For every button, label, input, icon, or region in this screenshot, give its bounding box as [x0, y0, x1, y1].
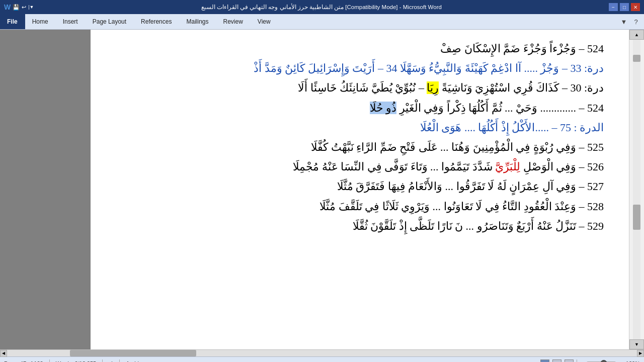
scroll-right-button[interactable]: ▶	[637, 350, 644, 357]
window-title: متن الشاطبية حرز الأماني وجه التهاني في …	[34, 4, 609, 11]
status-divider-3	[119, 359, 120, 363]
title-bar: W 💾 ↩ |▼ متن الشاطبية حرز الأماني وجه ال…	[0, 0, 644, 14]
highlight-riya: رِيَا	[427, 81, 439, 94]
vertical-scrollbar[interactable]: ▲ ▼	[629, 30, 644, 349]
h-scroll-thumb[interactable]	[70, 350, 196, 356]
h-scroll-track[interactable]	[7, 350, 637, 356]
list-item: درة: 33 – وَجُزْ ..... آا ادْغِمْ كَهَيْ…	[116, 59, 604, 77]
status-divider-2	[102, 359, 103, 363]
word-count: Words: 2/18,255	[56, 360, 97, 363]
ribbon: File Home Insert Page Layout References …	[0, 14, 644, 30]
tab-file[interactable]: File	[0, 14, 25, 29]
status-bar: Page: 47 of 102 Words: 2/18,255 ✓ Arabic…	[0, 356, 644, 362]
document-container: 524 – وَجُزْءاً وَجُزْءَ ضَمَّ الإِسْكَا…	[0, 30, 644, 349]
list-item: 528 – وَعِنْدَ الْعُقُودِ التَّاءُ فِي ل…	[116, 198, 604, 215]
close-button[interactable]: ✕	[631, 3, 640, 11]
full-screen-button[interactable]: ⊞	[552, 359, 561, 363]
horizontal-scrollbar[interactable]: ◀ ▶	[0, 349, 644, 356]
maximize-button[interactable]: □	[620, 3, 629, 11]
save-icon[interactable]: 💾	[13, 4, 20, 11]
tab-insert[interactable]: Insert	[56, 14, 86, 29]
zoom-thumb[interactable]	[600, 360, 607, 363]
minimize-button[interactable]: −	[609, 3, 618, 11]
zoom-minus-button[interactable]: −	[580, 360, 583, 363]
zoom-level: 120%	[626, 360, 640, 363]
left-margin	[0, 30, 91, 349]
tab-mailings[interactable]: Mailings	[179, 14, 216, 29]
zoom-plus-button[interactable]: +	[619, 360, 622, 363]
scrollbar-thumb-main[interactable]	[633, 205, 640, 230]
collapse-ribbon-icon[interactable]: ▼	[619, 17, 629, 27]
scroll-down-button[interactable]: ▼	[629, 339, 644, 349]
list-item: 526 – وَفِي الْوَصْلِ لِلْبَرِّيَّ شَدَّ…	[116, 158, 604, 175]
status-divider-1	[49, 359, 50, 363]
document-page[interactable]: 524 – وَجُزْءاً وَجُزْءَ ضَمَّ الإِسْكَا…	[91, 30, 629, 349]
list-item: 524 – ............. وَحَيْ ... ثُمَّ أَك…	[116, 99, 604, 117]
word-icon: W	[4, 3, 11, 11]
tab-view[interactable]: View	[251, 14, 278, 29]
scroll-up-button[interactable]: ▲	[629, 30, 644, 40]
web-layout-button[interactable]: ≡	[565, 359, 574, 363]
scrollbar-thumb-top[interactable]	[633, 55, 640, 62]
language-indicator: Arabic	[126, 360, 141, 363]
spell-check-icon[interactable]: ✓	[109, 360, 113, 362]
highlight-red-word: لِلْبَرِّيَّ	[495, 160, 520, 173]
list-item: 527 – وَفِي آلِ عِمْرَانٍ لَهُ لَا تَفَر…	[116, 177, 604, 195]
list-item: 525 – وَفِي رُبْوَةٍ فِي الْمُؤْمِنِينَ …	[116, 138, 604, 156]
toolbar-divider: |▼	[28, 5, 34, 10]
undo-icon[interactable]: ↩	[22, 4, 26, 11]
tab-page-layout[interactable]: Page Layout	[86, 14, 134, 29]
list-item: 524 – وَجُزْءاً وَجُزْءَ ضَمَّ الإِسْكَا…	[116, 40, 604, 57]
status-divider-4	[577, 359, 577, 363]
page-indicator: Page: 47 of 102	[4, 360, 43, 363]
list-item: درة: 30 – كَذَاكَ قُرِي اسْتُهْزِيَ وَنَ…	[116, 79, 604, 97]
view-controls: ■ ⊞ ≡ − + 120%	[540, 359, 640, 363]
scroll-left-button[interactable]: ◀	[0, 350, 7, 357]
tab-home[interactable]: Home	[25, 14, 56, 29]
tab-review[interactable]: Review	[216, 14, 250, 29]
tab-references[interactable]: References	[134, 14, 179, 29]
list-item: الدرة : 75 – .....الأَكْلُ إِذْ أَكُلُهَ…	[116, 119, 604, 136]
highlight-dhu-hula: ذُو حُلَا	[370, 102, 397, 114]
print-layout-button[interactable]: ■	[540, 359, 549, 363]
help-icon[interactable]: ?	[631, 17, 641, 27]
list-item: 529 – تَنَزَّلُ عَنْهُ أَرْبَعٌ وَتَنَاص…	[116, 217, 604, 235]
